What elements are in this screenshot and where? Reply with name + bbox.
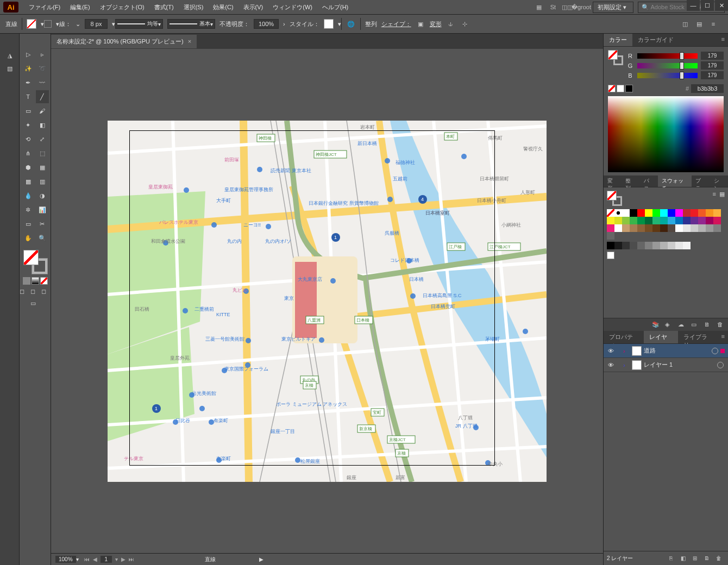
layers-panel-menu[interactable]: ≡	[718, 331, 728, 343]
tab-color[interactable]: カラー	[604, 34, 632, 46]
swatch-40[interactable]	[683, 224, 691, 232]
panel-menu-icon[interactable]: ≡	[708, 19, 718, 29]
swatch-20[interactable]	[645, 217, 652, 224]
expand-toggle[interactable]: ›	[623, 348, 630, 354]
swatch-37[interactable]	[660, 224, 668, 232]
eyedropper-tool[interactable]: 💧	[22, 189, 35, 202]
direct-selection-tool[interactable]: ▹	[36, 48, 49, 61]
new-layer-icon[interactable]: 🗎	[702, 555, 711, 561]
swatch-22[interactable]	[660, 217, 668, 224]
hand-tool[interactable]: ✋	[22, 231, 35, 244]
b-slider[interactable]	[637, 73, 698, 78]
width-tool[interactable]: ⋔	[22, 147, 35, 160]
magic-wand-tool[interactable]: ✨	[22, 62, 35, 75]
locate-layer-icon[interactable]: ⎘	[667, 555, 675, 561]
swatch-9[interactable]	[675, 209, 683, 217]
dock-icon-2[interactable]: ▤	[694, 19, 704, 29]
folder-swatch-0[interactable]	[607, 252, 614, 259]
stroke-dash-select[interactable]: 均等 ▾	[115, 19, 163, 29]
canvas-viewport[interactable]: 神田橋神田橋JCT本町江戸橋江戸橋JCT丸の内京橋JCT京橋新京橋宝町京橋八重洲…	[51, 49, 603, 553]
crop-icon[interactable]: ⊹	[460, 19, 470, 29]
swatch-8[interactable]	[668, 209, 675, 217]
shape-convert-icon[interactable]: ▣	[416, 19, 425, 29]
close-window-button[interactable]: ✕	[715, 0, 728, 11]
fill-solid-icon[interactable]	[23, 277, 30, 285]
swatch-kind-icon[interactable]: ◈	[665, 321, 673, 329]
color-panel-menu[interactable]: ≡	[718, 34, 728, 46]
swatch-16[interactable]	[614, 217, 622, 224]
brush-tool[interactable]: 🖌	[36, 104, 49, 117]
nav-dd[interactable]: ▾	[115, 556, 118, 562]
r-value[interactable]: 179	[701, 52, 724, 60]
gray-swatch-7[interactable]	[660, 242, 668, 249]
nav-first[interactable]: ⏮	[84, 556, 90, 562]
opacity-flyout[interactable]: ›	[283, 21, 285, 27]
artboard-tool[interactable]: ▭	[22, 217, 35, 230]
menu-edit[interactable]: 編集(E)	[65, 3, 95, 11]
tab-color-guide[interactable]: カラーガイド	[632, 34, 679, 46]
swatch-18[interactable]	[630, 217, 637, 224]
layers-tab-0[interactable]: プロパティ	[604, 331, 644, 343]
stroke-profile-select[interactable]: 基本 ▾	[167, 19, 215, 29]
new-sublayer-icon[interactable]: ⊞	[691, 555, 699, 561]
selection-tool[interactable]: ▷	[22, 48, 35, 61]
none-swatch[interactable]	[608, 85, 616, 92]
layers-tab-2[interactable]: ライブラリ	[678, 331, 718, 343]
swatch-41[interactable]	[691, 224, 698, 232]
nav-last[interactable]: ⏭	[129, 556, 134, 562]
swatch-29[interactable]	[713, 217, 721, 224]
swatch-45[interactable]	[607, 232, 614, 240]
delete-swatch-icon[interactable]: 🗑	[717, 321, 725, 329]
swatch-14[interactable]	[713, 209, 721, 217]
target-icon[interactable]	[712, 348, 718, 354]
gray-swatch-9[interactable]	[675, 242, 683, 249]
white-swatch[interactable]	[617, 85, 624, 92]
g-slider[interactable]	[637, 63, 698, 68]
maximize-button[interactable]: ☐	[701, 0, 714, 11]
swatch-2[interactable]	[622, 209, 630, 217]
free-transform-tool[interactable]: ⬚	[36, 147, 49, 160]
opacity-input[interactable]: 100%	[254, 19, 279, 29]
swatch-options-icon[interactable]: ☁	[678, 321, 686, 329]
swatch-list-view-icon[interactable]: ≡	[713, 191, 716, 198]
layers-tab-1[interactable]: レイヤー	[644, 331, 678, 343]
visibility-toggle[interactable]: 👁	[606, 348, 616, 354]
swatch-17[interactable]	[622, 217, 630, 224]
gray-swatch-1[interactable]	[614, 242, 622, 249]
libraries-icon[interactable]: ▧	[0, 62, 20, 75]
status-flyout[interactable]: ▶	[259, 556, 263, 562]
swatch-36[interactable]	[652, 224, 660, 232]
type-tool[interactable]: T	[22, 90, 35, 103]
zoom-level[interactable]: 100%	[55, 556, 76, 563]
r-slider[interactable]	[637, 53, 698, 59]
swatch-13[interactable]	[706, 209, 713, 217]
mid-tab-1[interactable]: 整列	[622, 175, 639, 187]
mid-tab-3[interactable]: スウォッチ	[658, 175, 692, 187]
blend-tool[interactable]: ◑	[36, 189, 49, 202]
gray-swatch-3[interactable]	[630, 242, 637, 249]
symbol-sprayer-tool[interactable]: ✲	[22, 203, 35, 216]
gray-swatch-8[interactable]	[668, 242, 675, 249]
color-spectrum[interactable]	[608, 96, 724, 172]
isolate-icon[interactable]: ⫝	[446, 19, 456, 29]
gradient-tool[interactable]: ▥	[36, 175, 49, 188]
swatch-26[interactable]	[691, 217, 698, 224]
swatch-31[interactable]	[614, 224, 622, 232]
fill-none-icon[interactable]	[40, 277, 48, 285]
transform-label[interactable]: 変形	[430, 20, 442, 28]
mid-tab-4[interactable]: ブラ	[692, 175, 710, 187]
target-icon[interactable]	[717, 362, 724, 368]
swatch-0[interactable]	[607, 209, 614, 217]
dock-icon-1[interactable]: ◫	[680, 19, 690, 29]
swatch-25[interactable]	[683, 217, 691, 224]
scale-tool[interactable]: ⤢	[36, 133, 49, 146]
nav-next[interactable]: ▶	[121, 556, 125, 562]
rotate-tool[interactable]: ⟲	[22, 133, 35, 146]
hex-value[interactable]: b3b3b3	[691, 84, 724, 93]
shape-label[interactable]: シェイプ：	[381, 20, 411, 28]
layer-name[interactable]: 道路	[644, 347, 710, 355]
black-swatch[interactable]	[625, 85, 633, 92]
stroke-width-input[interactable]: 8 px	[85, 19, 108, 29]
menu-window[interactable]: ウィンドウ(W)	[268, 3, 317, 11]
swatch-grid-view-icon[interactable]: ▦	[719, 191, 725, 198]
